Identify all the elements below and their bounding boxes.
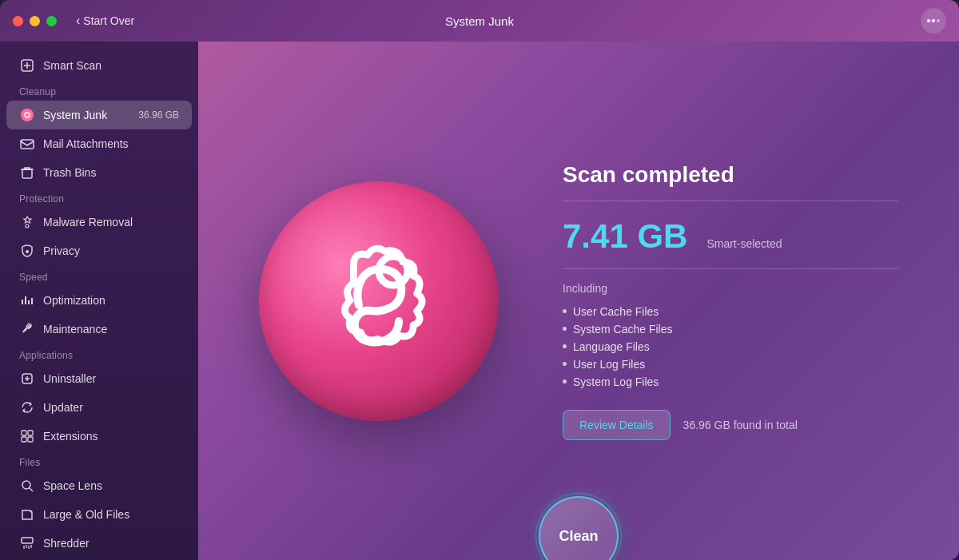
sidebar-item-updater[interactable]: Updater [6,393,192,422]
uninstaller-label: Uninstaller [43,372,179,385]
sidebar-item-large-old-files[interactable]: Large & Old Files [6,500,192,529]
svg-rect-13 [22,437,26,442]
sidebar-item-optimization[interactable]: Optimization [6,286,192,315]
maintenance-icon [19,321,35,337]
file-item-1: System Cache Files [573,323,672,336]
list-item: User Cache Files [563,303,898,320]
bullet-icon [563,344,567,348]
list-item: Language Files [563,338,898,355]
file-item-4: System Log Files [573,375,659,388]
clean-button[interactable]: Clean [539,496,619,560]
large-old-files-label: Large & Old Files [43,508,179,521]
bullet-icon [563,309,567,313]
app-icon [259,181,499,421]
scan-completed-title: Scan completed [563,162,898,188]
close-button[interactable] [13,16,23,26]
sidebar-item-space-lens[interactable]: Space Lens [6,471,192,500]
sidebar: Smart Scan Cleanup System Junk 36.96 GB [0,42,198,560]
malware-removal-label: Malware Removal [43,216,179,228]
smart-selected-label: Smart-selected [706,237,782,250]
sidebar-item-privacy[interactable]: Privacy [6,236,192,265]
clean-btn-container: Clean [539,480,619,560]
extensions-icon [19,428,35,444]
info-panel: Scan completed 7.41 GB Smart-selected In… [563,162,898,440]
optimization-label: Optimization [43,294,179,307]
system-junk-label: System Junk [43,109,130,121]
updater-label: Updater [43,401,179,414]
section-speed: Speed [0,265,198,286]
mail-icon [19,136,35,152]
sidebar-item-trash-bins[interactable]: Trash Bins [6,158,192,187]
section-files: Files [0,451,198,471]
app-window: ‹ Start Over System Junk S [0,0,959,560]
title-bar: ‹ Start Over System Junk [0,0,959,42]
file-item-3: User Log Files [573,358,645,371]
bullet-icon [563,362,567,366]
back-button[interactable]: ‹ Start Over [76,14,134,28]
sidebar-item-system-junk[interactable]: System Junk 36.96 GB [6,101,192,129]
bullet-icon [563,327,567,331]
svg-rect-12 [28,431,33,435]
extensions-label: Extensions [43,430,179,443]
sidebar-item-mail-attachments[interactable]: Mail Attachments [6,129,192,158]
icon-circle [259,181,499,421]
optimization-icon [19,292,35,308]
system-junk-icon [19,107,35,123]
file-list: User Cache Files System Cache Files Lang… [563,303,898,391]
list-item: System Log Files [563,373,898,391]
section-applications: Applications [0,344,198,364]
shredder-label: Shredder [43,537,179,550]
menu-icon[interactable] [921,8,946,34]
list-item: User Log Files [563,355,898,373]
list-item: System Cache Files [563,320,898,338]
uninstaller-icon [19,371,35,387]
shredder-icon [19,535,35,551]
action-row: Review Details 36.96 GB found in total [563,410,898,440]
dots-icon [927,19,940,22]
file-item-2: Language Files [573,340,650,353]
size-value: 7.41 GB [563,217,687,256]
sidebar-item-malware-removal[interactable]: Malware Removal [6,208,192,236]
svg-point-15 [22,481,30,489]
main-content: Smart Scan Cleanup System Junk 36.96 GB [0,42,959,560]
section-cleanup: Cleanup [0,80,198,101]
svg-rect-3 [22,169,32,178]
file-item-0: User Cache Files [573,305,659,318]
malware-icon [19,214,35,230]
privacy-icon [19,243,35,259]
svg-rect-11 [22,431,26,435]
panel-content: Scan completed 7.41 GB Smart-selected In… [198,130,959,472]
window-title: System Junk [445,14,514,28]
system-junk-badge: 36.96 GB [138,109,179,121]
back-label: Start Over [83,14,134,27]
space-lens-label: Space Lens [43,479,179,492]
size-row: 7.41 GB Smart-selected [563,217,898,256]
trash-bins-label: Trash Bins [43,166,179,179]
sidebar-item-smart-scan[interactable]: Smart Scan [6,51,192,80]
mail-attachments-label: Mail Attachments [43,137,179,150]
traffic-lights [13,16,57,26]
sidebar-item-uninstaller[interactable]: Uninstaller [6,364,192,393]
bullet-icon [563,379,567,383]
divider-2 [563,268,898,269]
found-text: 36.96 GB found in total [683,419,798,431]
maintenance-label: Maintenance [43,323,179,336]
review-details-button[interactable]: Review Details [563,410,671,440]
sidebar-item-shredder[interactable]: Shredder [6,529,192,558]
sidebar-item-maintenance[interactable]: Maintenance [6,315,192,344]
section-protection: Protection [0,187,198,208]
back-chevron-icon: ‹ [76,14,80,28]
maximize-button[interactable] [46,16,57,26]
updater-icon [19,399,35,415]
svg-point-1 [21,109,34,121]
smart-scan-icon [19,58,35,73]
space-lens-icon [19,478,35,494]
sidebar-item-extensions[interactable]: Extensions [6,422,192,451]
large-files-icon [19,506,35,522]
minimize-button[interactable] [30,16,40,26]
including-label: Including [563,282,898,295]
cleaner-logo-svg [307,229,451,373]
svg-rect-14 [28,437,33,442]
divider-1 [563,201,898,201]
trash-icon [19,165,35,181]
